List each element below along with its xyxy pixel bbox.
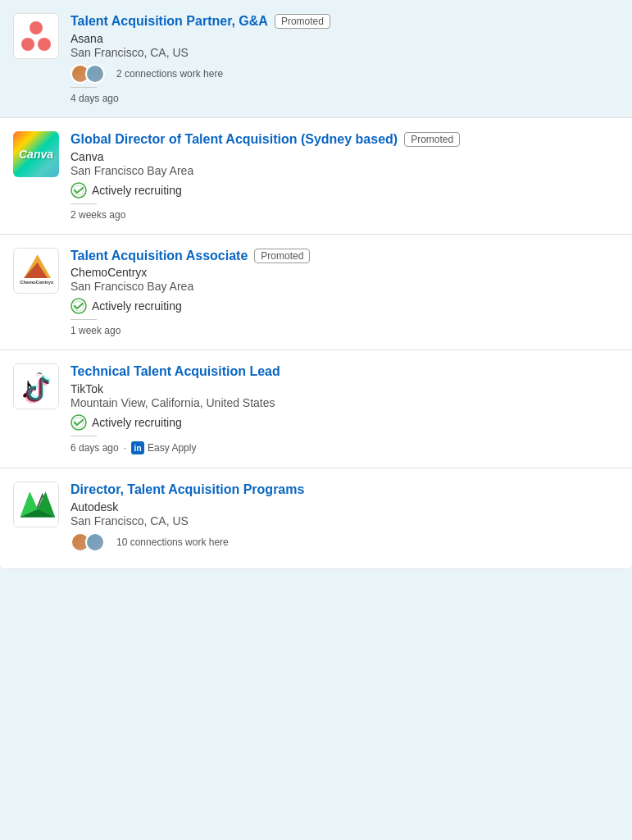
time-ago: 2 weeks ago <box>70 209 125 221</box>
divider <box>70 319 97 320</box>
company-name: Canva <box>70 150 616 163</box>
job-location: San Francisco Bay Area <box>70 164 616 177</box>
easy-apply-badge: in Easy Apply <box>131 441 196 454</box>
job-content: Director, Talent Acquisition Programs Au… <box>70 482 616 555</box>
connections-row: 2 connections work here <box>70 64 616 84</box>
job-title[interactable]: Talent Acquisition Associate <box>70 248 248 265</box>
recruiting-text: Actively recruiting <box>92 299 182 313</box>
job-content: Talent Acquisition Partner, G&A Promoted… <box>70 13 616 104</box>
recruiting-text: Actively recruiting <box>92 416 182 429</box>
linkedin-icon: in <box>131 441 144 454</box>
time-ago: 4 days ago <box>70 93 119 104</box>
connections-row: 10 connections work here <box>70 532 616 552</box>
time-row: 2 weeks ago <box>70 209 616 221</box>
svg-rect-12 <box>14 482 58 527</box>
job-title[interactable]: Director, Talent Acquisition Programs <box>70 482 304 499</box>
job-item[interactable]: Talent Acquisition Partner, G&A Promoted… <box>0 0 632 118</box>
job-title[interactable]: Talent Acquisition Partner, G&A <box>70 13 268 30</box>
job-location: Mountain View, California, United States <box>70 396 616 409</box>
actively-recruiting: Actively recruiting <box>70 182 616 199</box>
job-location: San Francisco, CA, US <box>70 46 616 59</box>
time-ago: 6 days ago <box>70 442 119 454</box>
job-title-row: Talent Acquisition Partner, G&A Promoted <box>70 13 616 30</box>
job-content: Talent Acquisition Associate Promoted Ch… <box>70 248 616 337</box>
company-logo <box>13 482 59 527</box>
job-location: San Francisco Bay Area <box>70 280 616 293</box>
time-row: 1 week ago <box>70 325 616 336</box>
job-item[interactable]: ChemoCentryx Talent Acquisition Associat… <box>0 235 632 351</box>
job-title-row: Technical Talent Acquisition Lead <box>70 363 616 381</box>
job-title[interactable]: Global Director of Talent Acquisition (S… <box>70 131 398 148</box>
dot-separator: · <box>124 442 126 454</box>
company-logo: Canva <box>13 131 59 177</box>
actively-recruiting: Actively recruiting <box>70 414 616 431</box>
job-item[interactable]: Director, Talent Acquisition Programs Au… <box>0 468 632 569</box>
time-ago: 1 week ago <box>70 325 120 336</box>
company-name: TikTok <box>70 382 616 395</box>
recruiting-text: Actively recruiting <box>92 184 182 197</box>
connections-text: 2 connections work here <box>116 68 223 80</box>
svg-text:ChemoCentryx: ChemoCentryx <box>20 280 54 285</box>
company-name: ChemoCentryx <box>70 266 616 279</box>
easy-apply-text: Easy Apply <box>148 442 196 454</box>
company-name: Asana <box>70 32 616 45</box>
job-title[interactable]: Technical Talent Acquisition Lead <box>70 363 280 381</box>
divider <box>70 203 97 204</box>
job-content: Global Director of Talent Acquisition (S… <box>70 131 616 221</box>
divider <box>70 87 97 88</box>
time-row: 6 days ago · in Easy Apply <box>70 441 616 454</box>
job-item[interactable]: ♪ Technical Talent Acquisition Lead TikT… <box>0 350 632 468</box>
time-row: 4 days ago <box>70 93 616 104</box>
job-title-row: Global Director of Talent Acquisition (S… <box>70 131 616 148</box>
job-title-row: Talent Acquisition Associate Promoted <box>70 248 616 265</box>
actively-recruiting: Actively recruiting <box>70 298 616 314</box>
company-logo: ♪ <box>13 363 59 409</box>
company-logo: ChemoCentryx <box>13 248 59 294</box>
divider <box>70 436 97 436</box>
connections-text: 10 connections work here <box>116 536 229 548</box>
job-item[interactable]: Canva Global Director of Talent Acquisit… <box>0 118 632 235</box>
promoted-badge: Promoted <box>404 132 460 147</box>
job-title-row: Director, Talent Acquisition Programs <box>70 482 616 499</box>
company-name: Autodesk <box>70 500 616 514</box>
job-content: Technical Talent Acquisition Lead TikTok… <box>70 363 616 454</box>
promoted-badge: Promoted <box>275 14 330 29</box>
promoted-badge: Promoted <box>254 249 310 263</box>
job-location: San Francisco, CA, US <box>70 514 616 527</box>
company-logo <box>13 13 59 59</box>
job-list: Talent Acquisition Partner, G&A Promoted… <box>0 0 632 569</box>
